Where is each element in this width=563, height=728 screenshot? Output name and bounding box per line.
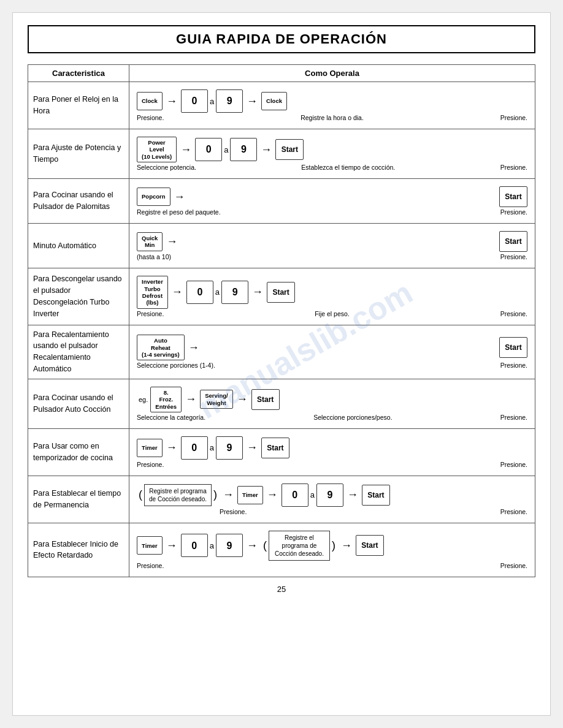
table-row: Para Usar como en temporizador de cocina… — [28, 428, 535, 476]
how-cell: Power Level (10 Levels)→0a9→StartSelecci… — [129, 129, 535, 179]
feature-cell: Para Poner el Reloj en la Hora — [28, 82, 129, 129]
table-row: Para Cocinar usando el Pulsador de Palom… — [28, 179, 535, 224]
feature-cell: Para Establecar el tiempo de Permanencia — [28, 476, 129, 523]
how-cell: Timer→0a9→StartPresione.Presione. — [129, 428, 535, 476]
table-row: Para Establecar el tiempo de Permanencia… — [28, 476, 535, 523]
how-cell: Timer→0a9→(Registre el programa de Cocci… — [129, 523, 535, 577]
feature-cell: Para Descongelar usando el pulsador Desc… — [28, 268, 129, 325]
page-number: 25 — [28, 585, 535, 594]
table-row: Para Cocinar usando el Pulsador Auto Coc… — [28, 379, 535, 428]
feature-cell: Para Cocinar usando el Pulsador de Palom… — [28, 179, 129, 224]
how-cell: Auto Reheat (1-4 servings)→StartSeleccio… — [129, 325, 535, 379]
table-row: Para Poner el Reloj en la HoraClock→0a9→… — [28, 82, 535, 129]
table-row: Para Establecer Inicio de Efecto Retarda… — [28, 523, 535, 577]
feature-cell: Para Establecer Inicio de Efecto Retarda… — [28, 523, 129, 577]
table-row: Minuto AutomáticoQuick Min→Start(hasta a… — [28, 224, 535, 268]
how-cell: (Registre el programa de Cocción deseado… — [129, 476, 535, 523]
how-cell: Popcorn→StartRegistre el peso del paquet… — [129, 179, 535, 224]
table-row: Para Recalentamiento usando el pulsador … — [28, 325, 535, 379]
feature-cell: Para Ajuste de Potencia y Tiempo — [28, 129, 129, 179]
feature-cell: Para Usar como en temporizador de cocina — [28, 428, 129, 476]
how-cell: Inverter Turbo Defrost (lbs)→0a9→StartPr… — [129, 268, 535, 325]
feature-cell: Para Recalentamiento usando el pulsador … — [28, 325, 129, 379]
page: GUIA RAPIDA DE OPERACIÓN manualslib.com … — [12, 12, 551, 716]
how-cell: Quick Min→Start(hasta a 10)Presione. — [129, 224, 535, 268]
page-title: GUIA RAPIDA DE OPERACIÓN — [28, 25, 535, 53]
main-table: Caracteristica Como Operala Para Poner e… — [28, 64, 535, 577]
how-cell: Clock→0a9→ClockPresione.Registre la hora… — [129, 82, 535, 129]
table-row: Para Ajuste de Potencia y TiempoPower Le… — [28, 129, 535, 179]
col-how-header: Como Operala — [129, 65, 535, 82]
feature-cell: Para Cocinar usando el Pulsador Auto Coc… — [28, 379, 129, 428]
feature-cell: Minuto Automático — [28, 224, 129, 268]
how-cell: eg.8. Froz. Entrées→Serving/ Weight→Star… — [129, 379, 535, 428]
col-feature-header: Caracteristica — [28, 65, 129, 82]
table-row: Para Descongelar usando el pulsador Desc… — [28, 268, 535, 325]
